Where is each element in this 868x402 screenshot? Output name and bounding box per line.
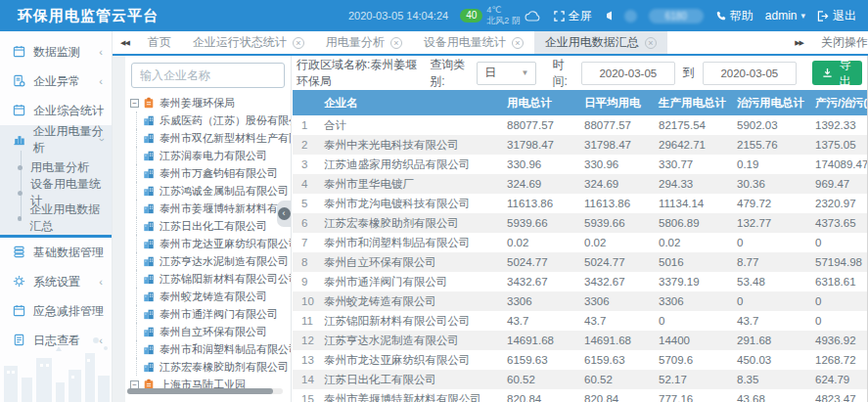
chevron-left-icon: ‹	[278, 207, 291, 220]
tree-node[interactable]: 江苏鸿诚金属制品有限公司	[136, 182, 291, 200]
date-to-input[interactable]	[703, 62, 797, 85]
help-button[interactable]: 帮助	[715, 8, 754, 24]
table-header-row: 企业名用电总计日平均用电生产用电总计治污用电总计产污/治污(用	[293, 90, 867, 115]
tree-node[interactable]: 泰州市通洋阀门有限公司	[136, 305, 291, 323]
tab-close-icon[interactable]: ×	[293, 37, 304, 49]
logout-button[interactable]: 退出	[817, 8, 856, 24]
sidebar-item-emergency-reduction[interactable]: 应急减排管理‹	[0, 296, 112, 326]
sidebar-item-enterprise-abnormal[interactable]: 企业异常‹	[0, 67, 112, 96]
tab-power-analysis[interactable]: 用电量分析×	[315, 31, 413, 54]
header-datetime: 2020-03-05 14:04:24	[348, 10, 448, 22]
table-row[interactable]: 6江苏宏泰橡胶助剂有限公司5939.665939.665806.89132.77…	[293, 213, 867, 233]
tree-node[interactable]: 江苏宏泰橡胶助剂有限公司	[136, 358, 291, 376]
tab-close-icon[interactable]: ×	[645, 37, 657, 49]
export-button[interactable]: 导出	[812, 61, 862, 85]
table-row[interactable]: 11江苏锦阳新材料有限公司公司43.743.7043.70	[293, 311, 867, 331]
company-tree-panel: −泰州姜堰环保局乐威医药（江苏）股份有限公司泰州市双亿新型材料生产有限公司江苏润…	[125, 56, 292, 402]
tree-node-label: 泰州市通洋阀门有限公司	[160, 307, 278, 322]
table-row[interactable]: 13泰州市龙达亚麻纺织有限公司6159.636159.635709.6450.0…	[293, 350, 867, 370]
sidebar-item-label: 企业异常	[33, 73, 80, 90]
table-row[interactable]: 5泰州市龙沟电镀科技有限公司11613.8611613.8611134.1447…	[293, 194, 867, 213]
value-cell: 820.84	[578, 393, 653, 402]
column-header: 日平均用电	[578, 96, 653, 111]
table-row[interactable]: 7泰州市和润塑料制品有限公司0.020.020.0200	[293, 233, 867, 252]
tab-close-icon[interactable]: ×	[390, 37, 402, 49]
tree-node[interactable]: 江苏日出化工有限公司	[136, 217, 291, 235]
tree-collapse-handle[interactable]: ‹	[277, 201, 291, 227]
date-from-input[interactable]	[581, 62, 675, 85]
tree-node[interactable]: 乐威医药（江苏）股份有限公司	[136, 112, 291, 129]
sidebar-item-label: 企业综合统计	[33, 103, 104, 119]
table-row[interactable]: 3江苏迪盛家用纺织品有限公司330.96330.96330.770.191740…	[293, 155, 867, 174]
chevron-left-icon: ‹	[99, 46, 103, 58]
table-row[interactable]: 12江苏亨达水泥制造有限公司14691.6814691.6814400291.6…	[293, 331, 867, 350]
tabs-scroll-left-icon[interactable]: ◀◀	[113, 31, 137, 54]
tree-node[interactable]: 泰州市和润塑料制品有限公司	[136, 340, 291, 358]
sidebar-item-base-data[interactable]: 基础数据管理‹	[0, 238, 112, 267]
tree-node[interactable]: 泰州自立环保有限公司	[136, 323, 291, 340]
value-cell: 31798.47	[578, 139, 653, 151]
gear-icon	[13, 275, 26, 289]
value-cell: 29642.71	[653, 139, 731, 151]
sidebar: 数据监测‹企业异常‹企业综合统计‹企业用电量分析‹用电量分析设备用电量统计企业用…	[0, 31, 113, 402]
value-cell: 330.77	[653, 158, 731, 170]
sidebar-item-log-view[interactable]: 日志查看‹	[0, 326, 112, 355]
scrollbar-thumb[interactable]	[127, 388, 273, 394]
table-row[interactable]: 8泰州自立环保有限公司5024.775024.7750168.7757194.9…	[293, 252, 867, 272]
tab-close-icon[interactable]: ×	[512, 37, 524, 49]
value-cell: 0	[731, 237, 809, 248]
value-cell: 4373.65	[809, 217, 867, 229]
tab-enterprise-run-status[interactable]: 企业运行状态统计×	[182, 31, 315, 54]
tab-home[interactable]: 首页	[137, 31, 182, 54]
chevron-down-icon: ▾	[800, 11, 805, 21]
table-row[interactable]: 14江苏日出化工有限公司60.5260.5252.178.35624.79	[293, 370, 867, 389]
collapse-expander-icon[interactable]: −	[130, 99, 139, 108]
tree-node[interactable]: 泰州蛟龙铸造有限公司	[136, 288, 291, 305]
panel-gap	[113, 56, 125, 402]
value-cell: 1375.05	[809, 139, 867, 151]
tree-horizontal-scrollbar[interactable]	[127, 388, 283, 394]
masked-number-badge: 6180	[649, 9, 704, 23]
user-menu[interactable]: admin▾	[765, 9, 805, 22]
sidebar-subitem-enterprise-power-summary[interactable]: 企业用电数据汇总	[0, 205, 112, 231]
tree-node[interactable]: 泰州市姜堰博特新材料有限公司	[136, 200, 291, 217]
column-header: 企业名	[318, 96, 501, 111]
table-row[interactable]: 4泰州市里华电镀厂324.69324.69294.3330.36969.47	[293, 174, 867, 194]
chevron-left-icon: ‹	[99, 246, 103, 258]
tree-node[interactable]: 江苏亨达水泥制造有限公司	[136, 252, 291, 270]
chevron-left-icon: ‹	[99, 75, 103, 87]
company-name-cell: 江苏宏泰橡胶助剂有限公司	[318, 216, 501, 231]
value-cell: 14691.68	[578, 335, 653, 346]
tree-node[interactable]: 泰州市双亿新型材料生产有限公司	[136, 129, 291, 147]
sound-icon[interactable]	[604, 11, 613, 21]
row-index: 15	[293, 393, 318, 402]
company-search-input[interactable]	[131, 63, 285, 88]
tab-device-power-stats[interactable]: 设备用电量统计×	[413, 31, 534, 54]
tree-node[interactable]: 泰州市龙达亚麻纺织有限公司	[136, 235, 291, 252]
table-row[interactable]: 15泰州市姜堰博特新材料有限公司820.84820.84777.1643.684…	[293, 389, 867, 402]
tree-node[interactable]: 江苏锦阳新材料有限公司公司	[136, 270, 291, 288]
query-type-select[interactable]: 日 ▼	[477, 62, 536, 85]
table-row[interactable]: 9泰州市通洋阀门有限公司3432.673432.673379.1953.4863…	[293, 272, 867, 291]
tab-label: 首页	[148, 34, 171, 51]
table-row[interactable]: 1合计88077.5788077.5782175.545902.031392.3…	[293, 115, 867, 135]
row-index: 14	[293, 374, 318, 385]
value-cell: 31798.47	[501, 139, 578, 151]
table-row[interactable]: 2泰州中来光电科技有限公司31798.4731798.4729642.71215…	[293, 135, 867, 155]
tree-root-node[interactable]: −泰州姜堰环保局	[125, 94, 291, 112]
fullscreen-button[interactable]: 全屏	[554, 8, 592, 24]
sidebar-item-label: 数据监测	[33, 44, 80, 61]
sidebar-item-system-settings[interactable]: 系统设置‹	[0, 267, 112, 296]
sidebar-item-data-monitor[interactable]: 数据监测‹	[0, 37, 112, 67]
company-name-cell: 江苏迪盛家用纺织品有限公司	[318, 157, 501, 172]
tree-node[interactable]: 江苏润泰电力有限公司	[136, 147, 291, 164]
tab-enterprise-power-summary[interactable]: 企业用电数据汇总×	[534, 31, 667, 54]
sidebar-item-enterprise-power-analysis[interactable]: 企业用电量分析‹	[0, 125, 112, 155]
tabs-scroll-right-icon[interactable]: ▶▶	[787, 39, 811, 47]
tree-node[interactable]: 泰州市万鑫钧钼有限公司	[136, 164, 291, 182]
value-cell: 1392.33	[809, 119, 867, 131]
close-operations-button[interactable]: 关闭操作	[821, 34, 868, 51]
table-row[interactable]: 10泰州蛟龙铸造有限公司33063306330600	[293, 291, 867, 311]
value-cell: 60.52	[501, 374, 578, 385]
sidebar-item-enterprise-stats[interactable]: 企业综合统计‹	[0, 96, 112, 125]
